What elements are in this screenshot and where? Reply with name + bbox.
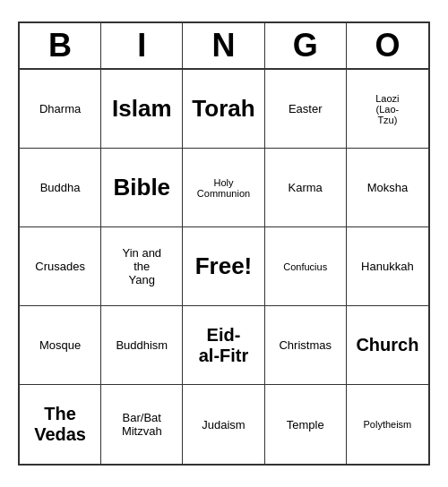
header-letter: N	[183, 23, 264, 68]
header-letter: O	[347, 23, 428, 68]
bingo-cell: Moksha	[347, 149, 428, 227]
bingo-cell: Free!	[183, 227, 264, 306]
bingo-cell: Hanukkah	[347, 227, 428, 306]
bingo-cell: Yin andtheYang	[101, 227, 183, 306]
bingo-cell: Judaism	[183, 385, 264, 464]
header-letter: G	[265, 23, 347, 68]
bingo-cell: Buddhism	[101, 306, 183, 385]
bingo-cell: Mosque	[20, 306, 101, 385]
bingo-cell: Buddha	[20, 149, 101, 227]
bingo-cell: Islam	[101, 70, 183, 149]
bingo-cell: Polytheism	[347, 385, 428, 464]
bingo-cell: TheVedas	[20, 385, 101, 464]
bingo-cell: Bible	[101, 149, 183, 227]
bingo-cell: Eid-al-Fitr	[183, 306, 264, 385]
bingo-cell: Dharma	[20, 70, 101, 149]
bingo-cell: Confucius	[265, 227, 347, 306]
bingo-cell: Christmas	[265, 306, 347, 385]
bingo-cell: Bar/BatMitzvah	[101, 385, 183, 464]
bingo-header: BINGO	[20, 23, 428, 70]
bingo-cell: Laozi(Lao-Tzu)	[347, 70, 428, 149]
bingo-cell: Karma	[265, 149, 347, 227]
bingo-cell: Crusades	[20, 227, 101, 306]
header-letter: B	[20, 23, 101, 68]
bingo-cell: Temple	[265, 385, 347, 464]
bingo-cell: Church	[347, 306, 428, 385]
bingo-cell: HolyCommunion	[183, 149, 264, 227]
header-letter: I	[101, 23, 183, 68]
bingo-cell: Torah	[183, 70, 264, 149]
bingo-card: BINGO DharmaIslamTorahEasterLaozi(Lao-Tz…	[18, 21, 430, 466]
bingo-grid: DharmaIslamTorahEasterLaozi(Lao-Tzu)Budd…	[20, 70, 428, 464]
bingo-cell: Easter	[265, 70, 347, 149]
